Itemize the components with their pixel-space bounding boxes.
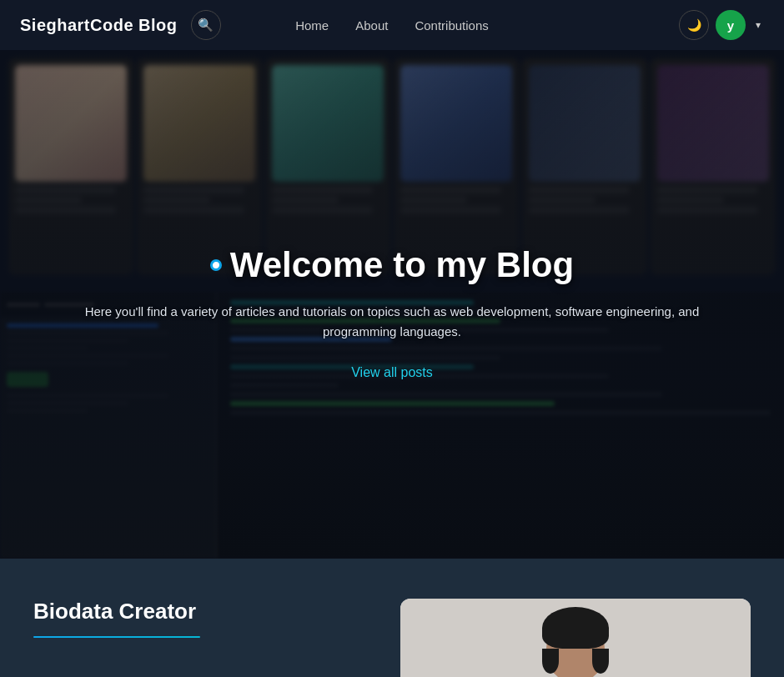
- person-illustration: [525, 615, 626, 677]
- biodata-section: Biodata Creator: [0, 559, 784, 677]
- theme-toggle-button[interactable]: 🌙: [679, 10, 709, 40]
- navbar: SieghartCode Blog 🔍 Home About Contribut…: [0, 0, 784, 50]
- hero-title: Welcome to my Blog: [50, 245, 734, 285]
- nav-home[interactable]: Home: [295, 18, 329, 33]
- site-brand: SieghartCode Blog: [20, 16, 178, 35]
- biodata-underline: [33, 636, 200, 638]
- title-dot-icon: [210, 259, 222, 271]
- biodata-text: Biodata Creator: [33, 599, 367, 638]
- hero-section: Welcome to my Blog Here you'll find a va…: [0, 50, 784, 559]
- biodata-title: Biodata Creator: [33, 599, 367, 624]
- biodata-image: [400, 599, 751, 677]
- nav-about[interactable]: About: [355, 18, 388, 33]
- moon-icon: 🌙: [687, 18, 701, 32]
- user-menu-chevron[interactable]: ▾: [752, 16, 764, 34]
- nav-contributions[interactable]: Contributions: [415, 18, 488, 33]
- hero-content: Welcome to my Blog Here you'll find a va…: [0, 245, 784, 380]
- view-all-posts-link[interactable]: View all posts: [351, 365, 433, 380]
- chevron-down-icon: ▾: [756, 19, 761, 31]
- user-avatar[interactable]: y: [716, 10, 746, 40]
- search-button[interactable]: 🔍: [191, 10, 221, 40]
- hero-subtitle: Here you'll find a variety of articles a…: [50, 302, 734, 342]
- navbar-right: 🌙 y ▾: [679, 10, 764, 40]
- search-icon: 🔍: [198, 18, 214, 33]
- navbar-links: Home About Contributions: [295, 18, 489, 33]
